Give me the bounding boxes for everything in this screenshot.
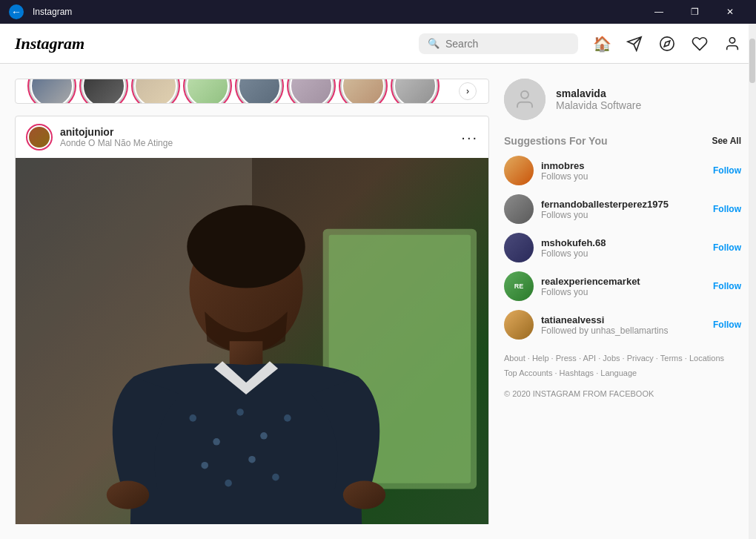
logo: Instagram <box>15 34 404 53</box>
svg-point-2 <box>729 37 735 42</box>
profile-icon[interactable] <box>723 35 741 53</box>
feed: nutricrause... padredenisр... adfamased.… <box>15 79 489 524</box>
suggestion-avatar[interactable] <box>504 233 534 262</box>
scrollbar[interactable] <box>749 24 756 539</box>
footer-links: About · Help · Press · API · Jobs · Priv… <box>504 351 741 401</box>
scrollbar-thumb[interactable] <box>749 39 755 83</box>
svg-point-8 <box>187 205 305 288</box>
sidebar: smalavida Malavida Software Suggestions … <box>504 79 741 524</box>
footer-link-terms[interactable]: Terms <box>660 354 683 363</box>
suggestion-status: Follows you <box>541 210 706 220</box>
story-item[interactable]: andressame... <box>339 79 388 104</box>
footer-link-hashtags[interactable]: Hashtags <box>560 368 594 377</box>
follow-button[interactable]: Follow <box>713 242 741 253</box>
post-image-placeholder <box>16 158 488 524</box>
minimize-button[interactable]: — <box>642 0 676 24</box>
footer-link-language[interactable]: Language <box>600 368 637 377</box>
story-avatar <box>235 79 284 104</box>
post-header: anitojunior Aonde O Mal Não Me Atinge ··… <box>16 116 488 158</box>
post-username[interactable]: anitojunior <box>60 126 454 138</box>
suggestion-info: inmobres Follows you <box>541 160 706 182</box>
story-avatar <box>339 79 388 104</box>
close-button[interactable]: ✕ <box>713 0 747 24</box>
suggestion-item-fernando: fernandoballesterperez1975 Follows you F… <box>504 194 741 224</box>
search-input[interactable] <box>445 38 564 50</box>
window-controls: — ❐ ✕ <box>642 0 747 24</box>
svg-point-0 <box>660 36 674 50</box>
back-button[interactable]: ← <box>9 4 24 19</box>
profile-section: smalavida Malavida Software <box>504 79 741 120</box>
suggestion-avatar[interactable] <box>504 194 534 224</box>
profile-fullname: Malavida Software <box>556 99 641 111</box>
suggestion-avatar[interactable]: RE <box>504 271 534 301</box>
footer-copyright: © 2020 INSTAGRAM FROM FACEBOOK <box>504 387 741 402</box>
suggestion-username[interactable]: mshokufeh.68 <box>541 237 706 248</box>
suggestion-item-mshokufeh: mshokufeh.68 Follows you Follow <box>504 233 741 262</box>
stories-next-button[interactable]: › <box>459 82 477 100</box>
suggestion-status: Followed by unhas_bellamartins <box>541 325 706 336</box>
svg-point-10 <box>189 414 196 422</box>
titlebar: ← Instagram — ❐ ✕ <box>0 0 756 24</box>
suggestion-avatar[interactable] <box>504 310 534 340</box>
post-image <box>16 158 488 524</box>
compass-icon[interactable] <box>658 35 676 53</box>
story-item[interactable]: nutricrause... <box>27 79 76 104</box>
suggestion-info: mshokufeh.68 Follows you <box>541 237 706 259</box>
suggestion-username[interactable]: inmobres <box>541 160 706 171</box>
story-item[interactable]: once_upon_... <box>183 79 232 104</box>
story-item[interactable]: padredenisр... <box>79 79 128 104</box>
titlebar-title: Instagram <box>33 7 633 17</box>
footer-link-api[interactable]: API <box>583 354 596 363</box>
svg-point-14 <box>284 414 291 422</box>
suggestions-title: Suggestions For You <box>504 135 608 147</box>
see-all-button[interactable]: See All <box>712 136 741 146</box>
send-icon[interactable] <box>626 35 643 53</box>
story-avatar <box>287 79 336 104</box>
suggestion-status: Follows you <box>541 287 706 297</box>
story-avatar <box>79 79 128 104</box>
profile-username[interactable]: smalavida <box>556 87 641 99</box>
story-avatar <box>131 79 180 104</box>
svg-point-20 <box>343 480 385 509</box>
story-item[interactable]: diego_... <box>391 79 440 104</box>
suggestion-info: realexperiencemarket Follows you <box>541 276 706 297</box>
svg-marker-1 <box>664 41 670 47</box>
svg-point-13 <box>260 432 268 440</box>
search-icon: 🔍 <box>428 38 440 49</box>
follow-button[interactable]: Follow <box>713 165 741 176</box>
story-item[interactable]: drqustayost... <box>287 79 336 104</box>
footer-link-top-accounts[interactable]: Top Accounts <box>504 368 552 377</box>
suggestions-section: Suggestions For You See All inmobres Fol… <box>504 135 741 340</box>
follow-button[interactable]: Follow <box>713 281 741 291</box>
footer-link-jobs[interactable]: Jobs <box>603 354 620 363</box>
footer-link-locations[interactable]: Locations <box>689 354 724 363</box>
home-icon[interactable]: 🏠 <box>593 35 611 53</box>
heart-icon[interactable] <box>691 35 709 53</box>
suggestion-username[interactable]: tatianealvessi <box>541 314 706 325</box>
suggestion-item-realexperience: RE realexperiencemarket Follows you Foll… <box>504 271 741 301</box>
profile-info: smalavida Malavida Software <box>556 87 641 111</box>
suggestion-username[interactable]: fernandoballesterperez1975 <box>541 199 706 210</box>
suggestion-username[interactable]: realexperiencemarket <box>541 276 706 287</box>
suggestion-avatar[interactable] <box>504 156 534 185</box>
svg-point-17 <box>248 456 256 463</box>
post-user-info: anitojunior Aonde O Mal Não Me Atinge <box>60 126 454 148</box>
footer-link-press[interactable]: Press <box>556 354 577 363</box>
footer-link-about[interactable]: About <box>504 354 525 363</box>
story-avatar <box>391 79 440 104</box>
footer-link-help[interactable]: Help <box>532 354 549 363</box>
follow-button[interactable]: Follow <box>713 320 741 330</box>
story-avatar <box>27 79 76 104</box>
stories-card: nutricrause... padredenisр... adfamased.… <box>15 79 489 104</box>
suggestion-info: fernandoballesterperez1975 Follows you <box>541 199 706 220</box>
maximize-button[interactable]: ❐ <box>677 0 712 24</box>
story-item[interactable]: emanuel_ve... <box>235 79 284 104</box>
post-avatar[interactable] <box>26 124 53 151</box>
post-more-button[interactable]: ··· <box>461 129 478 146</box>
post-card: anitojunior Aonde O Mal Não Me Atinge ··… <box>15 116 489 524</box>
footer-link-privacy[interactable]: Privacy <box>627 354 654 363</box>
search-bar[interactable]: 🔍 <box>419 33 578 54</box>
follow-button[interactable]: Follow <box>713 204 741 214</box>
profile-avatar[interactable] <box>504 79 546 120</box>
story-item[interactable]: adfamased... <box>131 79 180 104</box>
